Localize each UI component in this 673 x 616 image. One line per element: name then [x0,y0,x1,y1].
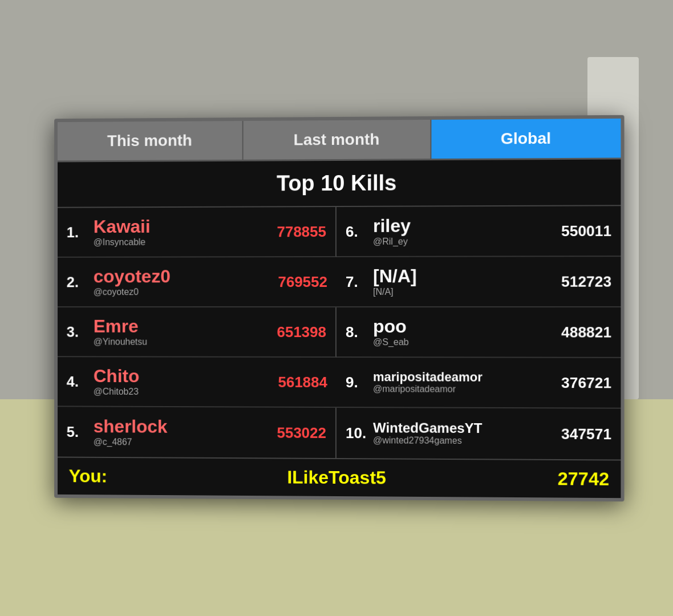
table-row: 5. sherlock @c_4867 553022 [58,407,336,458]
player-score-8: 488821 [561,323,611,341]
you-label: You: [69,465,125,487]
player-score-1: 778855 [277,222,327,240]
table-row: 4. Chito @Chitob23 561884 [58,357,336,408]
tab-global[interactable]: Global [431,118,621,158]
player-info-2: coyotez0 @coyotez0 [94,266,278,297]
player-score-5: 553022 [277,424,327,441]
player-name-9: maripositadeamor [373,370,561,384]
right-column: 6. riley @Ril_ey 550011 7. [N/A] [N/A] 5… [336,206,621,459]
player-info-7: [N/A] [N/A] [373,266,561,297]
player-name-4: Chito [94,366,278,387]
player-info-9: maripositadeamor @maripositadeamor [373,370,561,395]
player-score-6: 550011 [561,222,611,240]
player-handle-8: @S_eab [373,337,561,347]
player-handle-2: @coyotez0 [94,286,278,297]
rank-9: 9. [346,373,368,391]
player-info-6: riley @Ril_ey [373,216,561,246]
player-name-6: riley [373,216,561,236]
you-score: 27742 [552,468,610,490]
player-name-10: WintedGamesYT [373,420,561,436]
player-score-7: 512723 [561,272,611,290]
table-row: 3. Emre @Yinouhetsu 651398 [58,307,336,358]
player-name-3: Emre [94,317,277,337]
player-info-1: Kawaii @Insyncable [94,216,277,247]
player-score-4: 561884 [278,373,328,391]
player-name-1: Kawaii [94,216,277,237]
player-handle-1: @Insyncable [94,236,277,247]
table-row: 10. WintedGamesYT @winted27934games 3475… [336,408,621,460]
player-score-9: 376721 [561,374,611,391]
rank-6: 6. [346,222,368,240]
rank-5: 5. [67,423,89,440]
player-name-8: poo [373,317,561,337]
rank-1: 1. [67,223,89,241]
player-info-10: WintedGamesYT @winted27934games [373,420,561,447]
player-handle-4: @Chitob23 [94,386,278,397]
you-username: ILikeToast5 [125,465,552,489]
left-column: 1. Kawaii @Insyncable 778855 2. coyotez0… [58,207,336,458]
player-handle-10: @winted27934games [373,435,561,447]
table-row: 7. [N/A] [N/A] 512723 [336,257,621,307]
table-row: 1. Kawaii @Insyncable 778855 [58,207,336,258]
player-info-8: poo @S_eab [373,317,561,347]
rank-2: 2. [67,273,89,291]
leaderboard-title: Top 10 Kills [58,159,621,208]
player-score-10: 347571 [561,425,611,443]
rank-4: 4. [67,372,89,390]
tab-bar: This month Last month Global [58,118,621,162]
player-name-2: coyotez0 [94,266,278,286]
player-handle-9: @maripositadeamor [373,384,561,395]
rank-7: 7. [346,273,368,290]
player-name-7: [N/A] [373,266,561,286]
table-row: 9. maripositadeamor @maripositadeamor 37… [336,358,621,409]
rank-10: 10. [346,424,368,441]
player-handle-5: @c_4867 [94,436,277,447]
player-score-3: 651398 [277,323,327,341]
player-info-3: Emre @Yinouhetsu [94,317,277,347]
rank-8: 8. [346,323,368,341]
player-info-4: Chito @Chitob23 [94,366,278,397]
player-info-5: sherlock @c_4867 [94,416,277,447]
player-handle-3: @Yinouhetsu [94,337,277,347]
table-row: 8. poo @S_eab 488821 [336,307,621,358]
leaderboard-panel: This month Last month Global Top 10 Kill… [54,115,624,501]
player-handle-7: [N/A] [373,286,561,297]
table-row: 6. riley @Ril_ey 550011 [336,206,621,257]
rank-3: 3. [67,323,89,341]
tab-last-month[interactable]: Last month [244,119,432,159]
player-handle-6: @Ril_ey [373,236,561,246]
you-row: You: ILikeToast5 27742 [58,457,621,498]
player-name-5: sherlock [94,416,277,437]
tab-this-month[interactable]: This month [58,121,244,160]
leaderboard-grid: 1. Kawaii @Insyncable 778855 2. coyotez0… [58,206,621,460]
table-row: 2. coyotez0 @coyotez0 769552 [58,257,336,307]
player-score-2: 769552 [278,273,328,290]
